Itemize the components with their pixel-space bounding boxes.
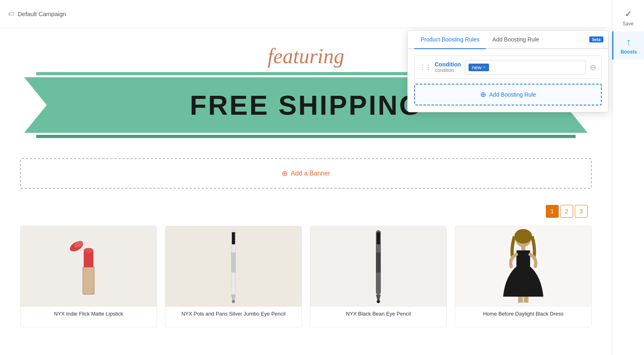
panel-tabs: Product Boosting Rules Add Boosting Rule… (408, 31, 608, 49)
svg-rect-14 (377, 232, 380, 244)
svg-rect-15 (376, 252, 381, 272)
product-card[interactable]: NYX Indie Flick Matte Lipstick (20, 226, 157, 327)
pencil-black-image (370, 228, 386, 305)
pagination: 1 2 3 (0, 201, 612, 222)
campaign-label: Default Campaign (18, 10, 66, 17)
product-name: NYX Black Bean Eye Pencil (310, 307, 446, 327)
condition-title: Condition (435, 61, 461, 68)
dress-image (497, 228, 549, 305)
product-image (455, 226, 591, 307)
tag-close-icon[interactable]: × (483, 65, 485, 70)
svg-rect-2 (84, 250, 93, 267)
product-grid: NYX Indie Flick Matte Lipstick NY (0, 222, 612, 339)
condition-tag[interactable]: new × (469, 64, 489, 71)
svg-point-17 (377, 300, 380, 303)
condition-input-area[interactable]: new × (465, 60, 586, 74)
product-name: Home Before Daylight Black Dress (455, 307, 591, 327)
tag-icon: 🏷 (8, 10, 14, 18)
right-sidebar: ✓ Save ↑ Boosts (612, 0, 644, 355)
campaign-selector[interactable]: 🏷 Default Campaign (8, 10, 66, 18)
boosts-label: Boosts (621, 49, 637, 55)
boosting-panel: Product Boosting Rules Add Boosting Rule… (407, 30, 609, 112)
drag-handle-icon[interactable]: ⋮⋮ (419, 64, 431, 71)
svg-rect-22 (518, 250, 520, 258)
add-rule-label: Add Boosting Rule (489, 91, 536, 98)
add-boosting-rule-button[interactable]: ⊕ Add Boosting Rule (414, 84, 602, 105)
product-card[interactable]: NYX Pots and Pans Silver Jumbo Eye Penci… (165, 226, 302, 327)
product-image (165, 226, 301, 307)
add-banner-label: Add a Banner (291, 170, 330, 177)
condition-label-group: Condition condition (435, 61, 461, 73)
pencil-silver-image (225, 228, 242, 305)
ribbon-bottom-line (36, 135, 576, 138)
save-button[interactable]: ✓ Save (612, 4, 644, 31)
add-banner-button[interactable]: ⊕ Add a Banner (282, 169, 330, 178)
svg-point-19 (514, 229, 532, 244)
save-icon: ✓ (625, 9, 632, 19)
top-bar: 🏷 Default Campaign (0, 0, 644, 28)
save-label: Save (623, 21, 634, 27)
product-card[interactable]: NYX Black Bean Eye Pencil (310, 226, 447, 327)
boosts-icon: ↑ (626, 36, 631, 47)
add-banner-plus-icon: ⊕ (282, 169, 288, 178)
svg-point-11 (232, 300, 235, 303)
tab-add-boosting-rule[interactable]: Add Boosting Rule (486, 31, 545, 49)
page-1-button[interactable]: 1 (546, 205, 559, 218)
tag-value: new (472, 64, 481, 70)
lipstick-image (68, 234, 109, 299)
svg-marker-10 (231, 295, 236, 301)
svg-rect-24 (518, 297, 523, 303)
add-banner-area[interactable]: ⊕ Add a Banner (20, 158, 592, 189)
svg-point-3 (84, 248, 93, 253)
remove-condition-button[interactable]: ⊖ (590, 62, 597, 72)
product-name: NYX Indie Flick Matte Lipstick (21, 307, 157, 327)
product-card[interactable]: Home Before Daylight Black Dress (455, 226, 592, 327)
page-2-button[interactable]: 2 (560, 205, 573, 218)
add-rule-plus-icon: ⊕ (480, 90, 486, 99)
page-3-button[interactable]: 3 (575, 205, 588, 218)
product-name: NYX Pots and Pans Silver Jumbo Eye Penci… (165, 307, 301, 327)
svg-rect-1 (83, 267, 94, 294)
ribbon-text: FREE SHIPPING (190, 90, 422, 120)
svg-rect-9 (231, 252, 236, 272)
panel-body: ⋮⋮ Condition condition new × ⊖ ⊕ Add Boo… (408, 49, 608, 112)
condition-row: ⋮⋮ Condition condition new × ⊖ (414, 56, 602, 79)
beta-badge: beta (589, 37, 603, 43)
svg-marker-16 (376, 295, 381, 301)
svg-rect-23 (526, 250, 528, 258)
product-image (310, 226, 446, 307)
tab-product-boosting-rules[interactable]: Product Boosting Rules (414, 31, 486, 49)
boosts-button[interactable]: ↑ Boosts (612, 31, 644, 60)
condition-subtitle: condition (435, 68, 461, 73)
product-image (21, 226, 157, 307)
svg-rect-8 (232, 232, 235, 244)
svg-rect-25 (524, 297, 528, 303)
